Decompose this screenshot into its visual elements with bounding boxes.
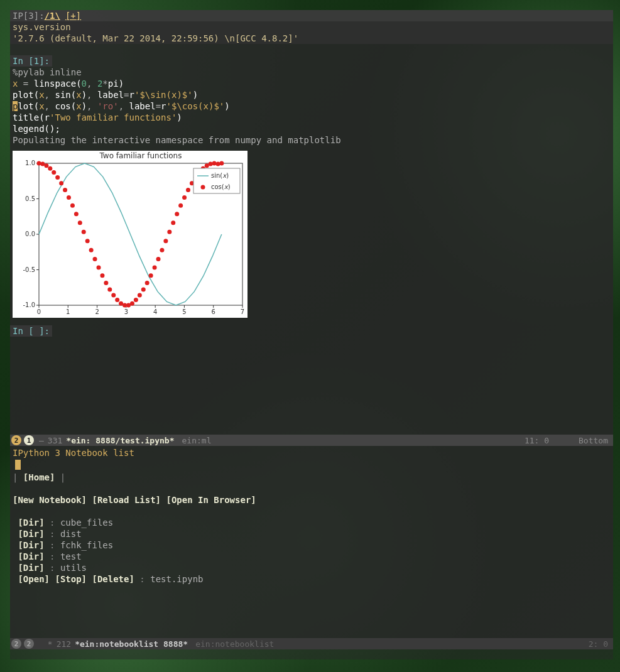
svg-point-36 — [67, 195, 71, 200]
svg-point-53 — [130, 301, 134, 306]
dir-link[interactable]: [Dir] — [18, 551, 44, 561]
svg-point-30 — [44, 163, 48, 168]
svg-text:1.0: 1.0 — [25, 160, 35, 166]
notebook-header: IP[3]: /1\ [+] — [10, 10, 613, 21]
svg-point-31 — [48, 166, 52, 171]
tab-active[interactable]: /1\ — [45, 11, 60, 21]
svg-point-32 — [52, 170, 56, 175]
svg-text:0.0: 0.0 — [25, 230, 35, 237]
workspace-indicator-2b[interactable]: 2 — [11, 639, 21, 649]
svg-point-65 — [175, 212, 179, 216]
svg-point-64 — [171, 220, 175, 225]
svg-point-59 — [153, 265, 157, 269]
svg-point-43 — [93, 257, 97, 261]
svg-point-42 — [89, 248, 94, 252]
svg-text:-1.0: -1.0 — [23, 301, 35, 308]
svg-point-54 — [134, 298, 138, 302]
svg-point-56 — [141, 288, 146, 292]
open-button[interactable]: [Open] — [18, 574, 50, 584]
dir-link[interactable]: [Dir] — [18, 563, 44, 573]
svg-point-33 — [55, 175, 60, 180]
svg-text:7: 7 — [241, 308, 244, 315]
major-mode-bottom: ein:notebooklist — [195, 639, 274, 649]
workspace-indicator-1[interactable]: 1 — [24, 435, 34, 445]
svg-point-68 — [186, 188, 190, 192]
svg-text:5: 5 — [182, 308, 186, 315]
new-notebook-button[interactable]: [New Notebook] — [13, 495, 87, 505]
svg-text:0.5: 0.5 — [25, 195, 35, 202]
header-prefix: IP[3]: — [13, 11, 45, 21]
minibuffer[interactable] — [10, 649, 613, 659]
svg-point-39 — [78, 220, 82, 225]
svg-text:6: 6 — [212, 308, 215, 315]
svg-text:Two familiar functions: Two familiar functions — [99, 151, 182, 160]
svg-point-45 — [100, 273, 104, 278]
code-cell-1[interactable]: %pylab inline x = linspace(0, 2*pi) plot… — [10, 67, 613, 134]
svg-point-67 — [182, 195, 187, 200]
modeline-bottom: 2 2 * 212 *ein:notebooklist 8888* ein:no… — [10, 638, 613, 649]
notebook-pane: IP[3]: /1\ [+] sys.version '2.7.6 (defau… — [10, 10, 613, 435]
svg-point-41 — [85, 239, 90, 243]
svg-point-55 — [138, 293, 142, 298]
svg-text:2: 2 — [95, 308, 99, 315]
notebooklist-title: IPython 3 Notebook list — [10, 446, 613, 460]
home-link[interactable]: [Home] — [23, 472, 55, 482]
svg-point-34 — [59, 181, 63, 185]
svg-point-28 — [37, 161, 41, 166]
svg-point-40 — [82, 230, 86, 234]
in-prompt-1: In [1]: — [10, 55, 52, 67]
major-mode: ein:ml — [182, 436, 212, 445]
notebooklist-pane: IPython 3 Notebook list | [Home] | [New … — [10, 446, 613, 638]
buffer-name: *ein: 8888/test.ipynb* — [66, 436, 174, 445]
reload-list-button[interactable]: [Reload List] — [92, 495, 161, 505]
dir-entry: [Dir] : test — [10, 551, 613, 562]
open-in-browser-button[interactable]: [Open In Browser] — [166, 495, 256, 505]
svg-text:sin(x): sin(x) — [211, 172, 229, 179]
svg-point-63 — [167, 230, 171, 234]
in-prompt-empty[interactable]: In [ ]: — [10, 325, 52, 337]
svg-point-38 — [74, 212, 79, 216]
svg-point-62 — [163, 239, 168, 243]
svg-point-48 — [111, 293, 116, 298]
workspace-indicator-2[interactable]: 2 — [11, 435, 21, 445]
stop-button[interactable]: [Stop] — [55, 574, 87, 584]
svg-point-50 — [119, 301, 123, 306]
svg-point-44 — [97, 265, 101, 269]
dir-entry: [Dir] : fchk_files — [10, 539, 613, 551]
svg-point-46 — [104, 281, 108, 285]
workspace-indicator-2c[interactable]: 2 — [24, 639, 34, 649]
svg-point-35 — [63, 188, 67, 192]
modeline-top: 2 1 — 331 *ein: 8888/test.ipynb* ein:ml … — [10, 435, 613, 446]
svg-text:1: 1 — [66, 308, 70, 315]
dir-entry: [Dir] : cube_files — [10, 517, 613, 528]
svg-point-75 — [212, 161, 217, 166]
dir-entry: [Dir] : utils — [10, 562, 613, 573]
svg-text:cos(x): cos(x) — [211, 183, 231, 190]
chart-output: Two familiar functions01234567-1.0-0.50.… — [13, 151, 247, 318]
output-populate: Populating the interactive namespace fro… — [10, 134, 613, 146]
cursor-bottom — [15, 460, 21, 470]
add-tab-button[interactable]: [+] — [65, 11, 81, 21]
buffer-name-bottom: *ein:notebooklist 8888* — [75, 639, 188, 649]
notebook-entry: [Open] [Stop] [Delete] : test.ipynb — [10, 573, 613, 585]
svg-text:3: 3 — [124, 308, 128, 315]
svg-point-57 — [145, 281, 150, 285]
svg-point-77 — [219, 161, 224, 166]
svg-text:4: 4 — [153, 308, 157, 315]
svg-text:0: 0 — [37, 308, 41, 315]
svg-point-60 — [156, 257, 161, 261]
cell-output-sysversion: sys.version '2.7.6 (default, Mar 22 2014… — [10, 21, 613, 44]
dir-link[interactable]: [Dir] — [18, 529, 44, 539]
delete-button[interactable]: [Delete] — [92, 574, 134, 584]
dir-link[interactable]: [Dir] — [18, 540, 44, 550]
svg-point-49 — [115, 298, 119, 302]
svg-point-81 — [201, 185, 205, 190]
notebook-filename: test.ipynb — [150, 574, 203, 584]
svg-point-61 — [160, 248, 164, 252]
svg-text:-0.5: -0.5 — [23, 266, 35, 273]
dir-link[interactable]: [Dir] — [18, 518, 44, 528]
svg-point-58 — [149, 273, 153, 278]
breadcrumb-row: | [Home] | — [10, 472, 613, 483]
svg-point-47 — [107, 288, 112, 292]
svg-point-37 — [70, 203, 75, 208]
